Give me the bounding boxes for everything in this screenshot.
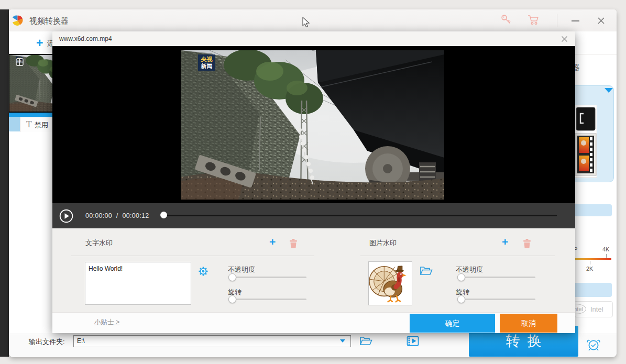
delete-image-watermark-icon[interactable] (523, 239, 531, 248)
background-dark-band (0, 9, 9, 357)
add-video-plus-icon[interactable]: + (36, 36, 43, 50)
image-rotate-slider[interactable] (458, 299, 535, 300)
text-opacity-handle[interactable] (228, 273, 236, 281)
video-frame[interactable] (181, 50, 444, 200)
text-tool-icon: T (26, 119, 32, 129)
mouse-cursor (302, 17, 310, 28)
video-preview-area (52, 46, 575, 203)
image-rotate-handle[interactable] (457, 295, 465, 303)
text-opacity-slider[interactable] (229, 277, 306, 278)
resolution-label-2k: 2K (586, 266, 593, 272)
quality-tick-4k (606, 254, 607, 258)
output-folder-value: E:\ (77, 337, 85, 345)
store-cart-icon[interactable] (528, 14, 540, 26)
dialog-close-icon[interactable] (561, 35, 568, 43)
ok-button[interactable]: 确定 (410, 314, 495, 333)
video-settings-icon[interactable] (407, 336, 420, 346)
grid-view-icon[interactable] (16, 58, 24, 66)
duration: 00:00:12 (122, 212, 149, 219)
image-opacity-handle[interactable] (457, 273, 465, 281)
quality-tick-2k (590, 261, 590, 264)
open-folder-icon[interactable] (359, 336, 372, 346)
section-divider (71, 256, 314, 256)
add-text-watermark-button[interactable]: + (269, 236, 276, 248)
player-controls-bar: 00:00:00 / 00:00:12 (52, 203, 575, 228)
current-time: 00:00:00 (85, 212, 112, 219)
add-image-watermark-button[interactable]: + (502, 236, 508, 248)
text-rotate-handle[interactable] (228, 295, 236, 303)
intel-label: Intel (590, 305, 603, 313)
watermark-image-preview[interactable] (368, 261, 412, 305)
text-settings-gear-icon[interactable] (198, 266, 208, 277)
text-watermark-title: 文字水印 (85, 238, 113, 248)
format-preview-card (574, 105, 597, 178)
output-folder-label: 输出文件夹: (29, 337, 65, 347)
app-logo-icon (12, 15, 24, 27)
tab-disable-label: 禁用 (35, 120, 48, 130)
selected-item-highlight (9, 113, 53, 117)
seek-bar[interactable] (162, 215, 557, 216)
watermark-text-input[interactable]: Hello World! (85, 262, 191, 305)
dialog-title: www.x6d.com.mp4 (59, 35, 112, 42)
watermark-dialog: www.x6d.com.mp4 00:00:00 / 00:00:12 文字水印… (52, 31, 575, 333)
browse-image-folder-icon[interactable] (420, 266, 433, 276)
app-title: 视频转换器 (29, 16, 69, 26)
combobox-dropdown-arrow-icon[interactable] (340, 339, 345, 343)
delete-text-watermark-icon[interactable] (289, 239, 298, 248)
image-watermark-title: 图片水印 (369, 238, 397, 248)
section-divider (360, 256, 555, 256)
format-preview-image (575, 105, 597, 178)
time-display: 00:00:00 / 00:00:12 (85, 212, 149, 219)
seek-handle[interactable] (160, 212, 167, 218)
text-rotate-slider[interactable] (229, 299, 306, 300)
dialog-footer: 小贴士 > 确定 取消 (52, 312, 575, 333)
register-key-icon[interactable] (501, 14, 512, 25)
tips-link[interactable]: 小贴士 > (94, 318, 119, 327)
minimize-button[interactable] (572, 20, 579, 21)
play-button[interactable] (59, 209, 73, 223)
output-folder-combobox[interactable]: E:\ (73, 335, 351, 347)
intel-acceleration-badge: intel Intel (574, 301, 613, 317)
format-dropdown-arrow-icon[interactable] (605, 88, 613, 93)
intel-logo: intel (574, 304, 586, 314)
image-opacity-slider[interactable] (458, 277, 535, 278)
schedule-alarm-icon[interactable] (586, 337, 601, 351)
time-separator: / (116, 212, 118, 219)
close-window-button[interactable] (597, 17, 605, 25)
cancel-button[interactable]: 取消 (500, 314, 557, 333)
dialog-titlebar (52, 31, 575, 47)
app-titlebar (9, 9, 617, 32)
turkey-image (369, 262, 412, 305)
resolution-label-4k: 4K (602, 246, 609, 252)
titlebar-separator (557, 14, 557, 27)
